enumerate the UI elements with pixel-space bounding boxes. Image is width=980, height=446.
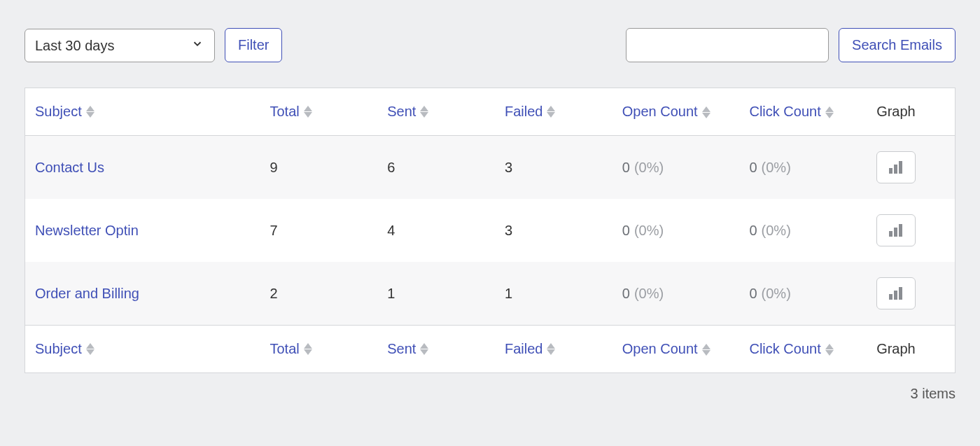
svg-marker-10 (825, 106, 834, 112)
sort-icon (702, 106, 710, 118)
sort-icon (547, 106, 555, 118)
svg-rect-16 (894, 228, 897, 237)
column-header-open-count[interactable]: Open Count (622, 104, 710, 120)
cell-click-count: 0(0%) (739, 262, 867, 326)
svg-marker-9 (702, 113, 710, 118)
svg-marker-25 (420, 343, 428, 349)
cell-total: 2 (260, 262, 378, 326)
column-header-click-count[interactable]: Click Count (749, 104, 833, 120)
date-range-select-wrap: Last 30 days (24, 29, 215, 62)
sort-icon (825, 106, 834, 118)
svg-rect-18 (889, 294, 892, 300)
sort-icon (304, 106, 312, 118)
table-row: Order and Billing 2 1 1 0(0%) 0(0%) (25, 262, 955, 326)
svg-rect-15 (889, 231, 892, 237)
graph-button[interactable] (876, 277, 916, 309)
sort-icon (702, 344, 710, 356)
sort-icon (420, 106, 428, 118)
svg-marker-4 (420, 106, 428, 111)
column-header-failed[interactable]: Failed (505, 104, 555, 120)
svg-marker-29 (702, 344, 710, 349)
column-footer-subject[interactable]: Subject (35, 341, 94, 357)
svg-marker-26 (420, 349, 428, 355)
graph-button[interactable] (876, 214, 916, 246)
svg-rect-20 (899, 287, 902, 300)
filter-button[interactable]: Filter (225, 28, 282, 62)
svg-marker-32 (825, 350, 834, 356)
sort-icon (420, 343, 428, 355)
sort-icon (304, 343, 312, 355)
svg-marker-11 (825, 113, 834, 118)
svg-marker-5 (420, 112, 428, 118)
svg-marker-2 (304, 106, 312, 111)
column-footer-total[interactable]: Total (270, 341, 312, 357)
cell-failed: 3 (495, 136, 612, 200)
svg-marker-22 (86, 349, 94, 355)
sort-icon (86, 343, 94, 355)
search-input[interactable] (626, 28, 829, 62)
sort-icon (547, 343, 555, 355)
cell-sent: 6 (377, 136, 495, 200)
svg-rect-19 (894, 291, 897, 300)
cell-total: 9 (260, 136, 378, 200)
subject-link[interactable]: Order and Billing (35, 286, 139, 301)
subject-link[interactable]: Newsletter Optin (35, 223, 139, 238)
svg-marker-30 (702, 350, 710, 356)
bar-chart-icon (888, 286, 904, 300)
column-header-subject[interactable]: Subject (35, 104, 94, 120)
search-emails-button[interactable]: Search Emails (839, 28, 955, 62)
table-row: Newsletter Optin 7 4 3 0(0%) 0(0%) (25, 199, 955, 262)
email-stats-table: Subject Total Sent Failed Open Count Cli… (24, 88, 955, 373)
cell-sent: 1 (377, 262, 495, 326)
svg-marker-28 (547, 349, 555, 355)
svg-marker-1 (86, 112, 94, 118)
graph-button[interactable] (876, 151, 916, 183)
cell-click-count: 0(0%) (739, 199, 867, 262)
column-header-sent[interactable]: Sent (387, 104, 428, 120)
svg-marker-23 (304, 343, 312, 349)
svg-rect-14 (899, 161, 902, 174)
cell-open-count: 0(0%) (612, 262, 740, 326)
cell-open-count: 0(0%) (612, 136, 740, 200)
cell-open-count: 0(0%) (612, 199, 740, 262)
column-footer-graph: Graph (867, 326, 955, 373)
sort-icon (86, 106, 94, 118)
svg-marker-3 (304, 112, 312, 118)
svg-marker-24 (304, 349, 312, 355)
cell-click-count: 0(0%) (739, 136, 867, 200)
date-range-select[interactable]: Last 30 days (24, 29, 215, 62)
bar-chart-icon (888, 223, 904, 237)
column-footer-click-count[interactable]: Click Count (749, 341, 833, 357)
svg-marker-6 (547, 106, 555, 111)
svg-marker-0 (86, 106, 94, 111)
sort-icon (825, 344, 834, 356)
svg-rect-12 (889, 168, 892, 174)
cell-total: 7 (260, 199, 378, 262)
column-header-total[interactable]: Total (270, 104, 312, 120)
bar-chart-icon (888, 160, 904, 174)
cell-failed: 3 (495, 199, 612, 262)
svg-marker-31 (825, 344, 834, 349)
svg-rect-17 (899, 224, 902, 237)
svg-marker-7 (547, 112, 555, 118)
column-header-graph: Graph (867, 88, 955, 136)
column-footer-open-count[interactable]: Open Count (622, 341, 710, 357)
subject-link[interactable]: Contact Us (35, 160, 104, 175)
table-footer-row: Subject Total Sent Failed Open Count Cli… (25, 326, 955, 373)
svg-marker-27 (547, 343, 555, 349)
table-row: Contact Us 9 6 3 0(0%) 0(0%) (25, 136, 955, 200)
svg-rect-13 (894, 165, 897, 174)
cell-sent: 4 (377, 199, 495, 262)
cell-failed: 1 (495, 262, 612, 326)
svg-marker-8 (702, 106, 710, 112)
table-body: Contact Us 9 6 3 0(0%) 0(0%) Newsletter … (25, 136, 955, 326)
svg-marker-21 (86, 343, 94, 349)
items-count: 3 items (24, 386, 955, 402)
toolbar: Last 30 days Filter Search Emails (24, 28, 955, 62)
column-footer-sent[interactable]: Sent (387, 341, 428, 357)
column-footer-failed[interactable]: Failed (505, 341, 555, 357)
table-header-row: Subject Total Sent Failed Open Count Cli… (25, 88, 955, 136)
